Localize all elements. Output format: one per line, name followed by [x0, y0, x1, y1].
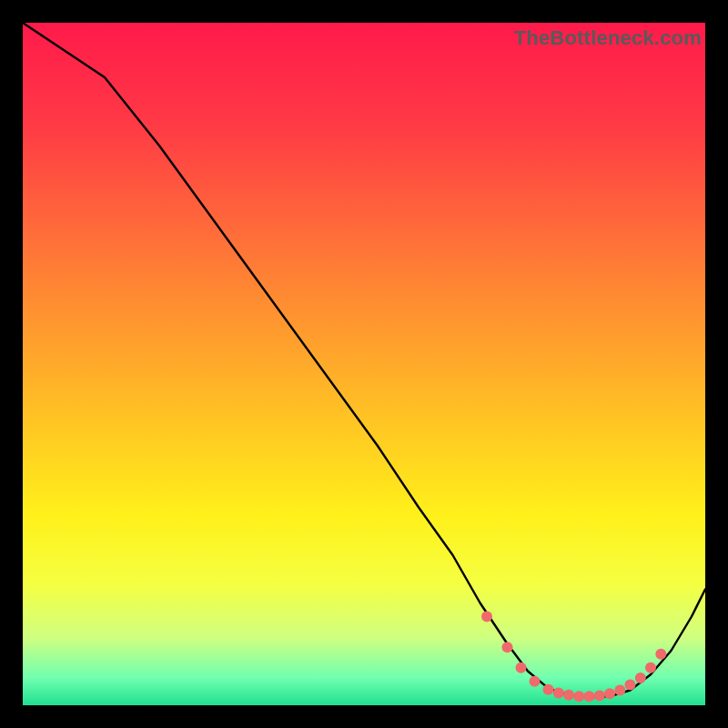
- curve-marker: [553, 688, 564, 699]
- chart-svg: [23, 23, 705, 705]
- chart-frame: TheBottleneck.com: [23, 23, 705, 705]
- curve-marker: [625, 680, 636, 691]
- curve-marker: [655, 649, 666, 660]
- gradient-background: [23, 23, 705, 705]
- curve-marker: [614, 685, 625, 696]
- watermark-text: TheBottleneck.com: [514, 26, 702, 50]
- curve-marker: [573, 691, 584, 702]
- curve-marker: [530, 676, 541, 687]
- curve-marker: [516, 662, 527, 673]
- curve-marker: [563, 690, 574, 701]
- curve-marker: [481, 612, 492, 622]
- curve-marker: [635, 672, 646, 683]
- curve-marker: [502, 642, 513, 652]
- curve-marker: [543, 684, 554, 695]
- curve-marker: [594, 691, 605, 702]
- curve-marker: [604, 688, 615, 699]
- curve-marker: [645, 662, 656, 673]
- curve-marker: [584, 691, 595, 702]
